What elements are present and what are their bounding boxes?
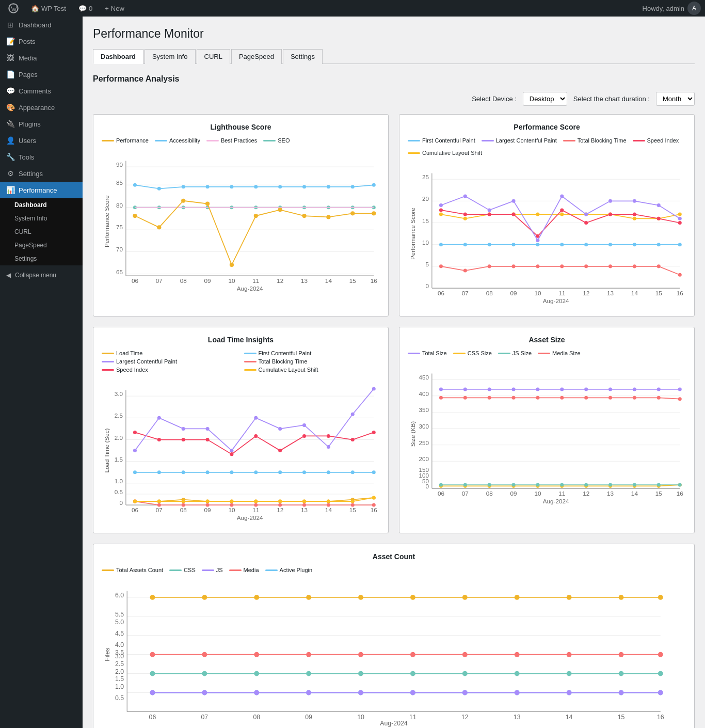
svg-point-290 [657, 396, 661, 400]
sidebar-item-tools[interactable]: 🔧 Tools [0, 149, 83, 165]
svg-point-108 [657, 264, 661, 268]
svg-point-372 [254, 671, 259, 676]
sidebar-item-comments[interactable]: 💬 Comments [0, 83, 83, 99]
svg-text:450: 450 [419, 374, 429, 381]
svg-point-274 [536, 388, 539, 391]
svg-point-380 [658, 671, 663, 676]
legend-color-seo [263, 140, 276, 141]
svg-point-354 [462, 595, 468, 600]
svg-point-98 [678, 243, 682, 246]
sub-item-dashboard[interactable]: Dashboard [0, 198, 83, 212]
svg-text:08: 08 [253, 714, 260, 721]
svg-point-229 [182, 427, 185, 431]
svg-point-312 [657, 483, 661, 487]
svg-point-141 [657, 203, 661, 207]
collapse-menu-button[interactable]: ◀ Collapse menu [0, 265, 83, 285]
svg-point-211 [278, 500, 282, 503]
wp-logo[interactable] [4, 3, 23, 13]
svg-text:3.0: 3.0 [115, 390, 123, 397]
sidebar-item-media[interactable]: 🖼 Media [0, 50, 83, 66]
svg-text:14: 14 [325, 277, 332, 284]
svg-text:07: 07 [462, 290, 469, 296]
tab-dashboard[interactable]: Dashboard [93, 49, 143, 64]
svg-point-123 [488, 213, 491, 216]
svg-point-42 [206, 185, 210, 188]
svg-text:85: 85 [116, 179, 123, 186]
sidebar-item-dashboard[interactable]: ⊞ Dashboard [0, 17, 83, 33]
svg-point-40 [157, 187, 161, 191]
svg-text:Aug-2024: Aug-2024 [543, 297, 569, 304]
svg-point-58 [326, 215, 330, 219]
svg-text:14: 14 [325, 507, 332, 513]
sub-item-settings[interactable]: Settings [0, 252, 83, 265]
svg-point-277 [608, 388, 612, 391]
svg-point-137 [560, 194, 564, 198]
lighthouse-chart-card: Lighthouse Score Performance Accessibili… [93, 114, 389, 316]
svg-text:400: 400 [419, 390, 429, 397]
svg-point-95 [608, 243, 612, 246]
svg-point-106 [608, 264, 612, 268]
svg-point-205 [133, 500, 137, 503]
tab-system-info[interactable]: System Info [145, 49, 196, 64]
svg-point-309 [584, 483, 588, 487]
tab-settings[interactable]: Settings [283, 49, 323, 64]
load-time-svg: 3.0 2.5 2.0 1.5 1.0 0.5 0 [102, 378, 380, 523]
svg-point-94 [584, 243, 588, 246]
sidebar-item-settings[interactable]: ⚙ Settings [0, 165, 83, 182]
svg-point-216 [133, 431, 137, 434]
sidebar-item-users[interactable]: 👤 Users [0, 132, 83, 149]
page-title: Performance Monitor [93, 27, 695, 41]
sidebar-item-pages[interactable]: 📄 Pages [0, 66, 83, 83]
svg-text:65: 65 [116, 268, 123, 275]
svg-point-278 [633, 388, 636, 391]
svg-point-392 [150, 690, 155, 695]
svg-text:07: 07 [462, 490, 469, 497]
svg-point-102 [512, 264, 516, 268]
svg-text:2.5: 2.5 [115, 660, 124, 668]
svg-text:16: 16 [677, 290, 683, 296]
duration-select[interactable]: Month Week Day [656, 92, 695, 106]
sub-item-system-info[interactable]: System Info [0, 212, 83, 225]
user-info[interactable]: Howdy, admin A [643, 2, 701, 15]
svg-point-379 [619, 671, 624, 676]
sidebar-item-plugins[interactable]: 🔌 Plugins [0, 116, 83, 132]
svg-text:Size (KB): Size (KB) [409, 421, 416, 447]
sidebar-item-posts[interactable]: 📝 Posts [0, 33, 83, 50]
svg-point-91 [512, 243, 516, 246]
svg-point-304 [463, 483, 467, 487]
svg-point-114 [536, 213, 539, 216]
svg-point-398 [462, 690, 468, 695]
tab-curl[interactable]: CURL [197, 49, 230, 64]
svg-point-356 [567, 595, 572, 600]
performance-score-chart-card: Performance Score First Contentful Paint… [399, 114, 695, 316]
svg-point-59 [350, 211, 355, 215]
svg-point-232 [254, 416, 258, 420]
sidebar-item-appearance[interactable]: 🎨 Appearance [0, 99, 83, 116]
svg-point-289 [633, 396, 636, 400]
svg-point-138 [584, 213, 588, 216]
sub-item-curl[interactable]: CURL [0, 225, 83, 239]
charts-grid: Lighthouse Score Performance Accessibili… [93, 114, 695, 728]
svg-point-41 [182, 185, 185, 188]
sidebar: ⊞ Dashboard 📝 Posts 🖼 Media 📄 Pages 💬 Co… [0, 17, 83, 728]
svg-text:11: 11 [409, 714, 416, 721]
device-select[interactable]: Desktop Mobile [523, 92, 567, 106]
sidebar-item-performance[interactable]: 📊 Performance [0, 182, 83, 198]
site-name[interactable]: 🏠 WP Test [27, 5, 70, 12]
svg-point-44 [254, 185, 258, 188]
new-content[interactable]: + New [101, 5, 129, 12]
svg-point-234 [302, 423, 306, 427]
svg-text:10: 10 [228, 507, 235, 513]
tab-bar: Dashboard System Info CURL PageSpeed Set… [93, 49, 695, 64]
tab-pagespeed[interactable]: PageSpeed [231, 49, 282, 64]
svg-text:90: 90 [116, 161, 123, 168]
svg-point-99 [439, 264, 443, 268]
svg-text:08: 08 [180, 277, 187, 284]
svg-text:6.0: 6.0 [115, 592, 124, 599]
svg-point-201 [302, 503, 306, 507]
svg-point-360 [202, 652, 207, 657]
comments-link[interactable]: 💬 0 [74, 5, 97, 12]
svg-point-223 [302, 434, 306, 438]
svg-point-348 [150, 595, 155, 600]
sub-item-pagespeed[interactable]: PageSpeed [0, 239, 83, 252]
